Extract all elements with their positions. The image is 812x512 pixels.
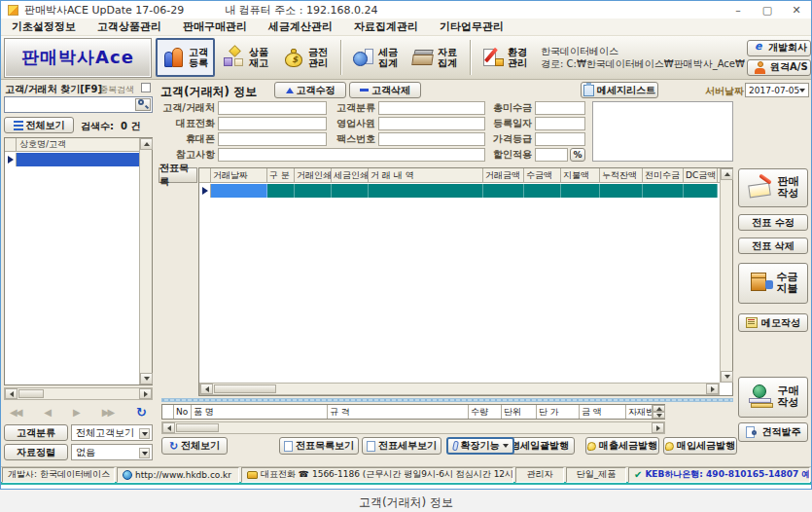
slip-detail-view-button[interactable]: 전표세부보기: [362, 437, 441, 455]
scroll-up-icon[interactable]: [653, 405, 665, 412]
col-qty[interactable]: 수량: [469, 405, 502, 419]
refresh-icon[interactable]: ↻: [136, 405, 147, 420]
menu-customer-product[interactable]: 고객상품관리: [87, 19, 172, 34]
maximize-button[interactable]: ▢: [753, 1, 782, 18]
list-vertical-scrollbar[interactable]: [139, 138, 152, 384]
menu-basic-settings[interactable]: 기초설정정보: [1, 19, 87, 34]
scroll-down-icon[interactable]: [140, 373, 153, 384]
col-running-balance[interactable]: 누적잔액: [600, 168, 643, 182]
minimize-button[interactable]: –: [724, 1, 753, 18]
list-selected-row[interactable]: [5, 153, 139, 166]
search-button[interactable]: [135, 98, 151, 111]
col-paid[interactable]: 지불액: [561, 168, 600, 182]
customer-edit-button[interactable]: 고객수정: [274, 82, 346, 98]
col-tax-print[interactable]: 세금인쇄: [332, 168, 369, 182]
col-type[interactable]: 구 분: [267, 168, 295, 182]
status-website[interactable]: http://www.hkdb.co.kr: [117, 467, 239, 483]
sales-tax-issue-button[interactable]: 매출세금발행: [585, 437, 659, 455]
col-material[interactable]: 자재변: [626, 405, 652, 419]
category-field[interactable]: [378, 101, 485, 115]
money-manage-button[interactable]: 금전관리: [276, 38, 334, 77]
col-amount[interactable]: 금 액: [580, 405, 626, 419]
data-sort-select[interactable]: 없음: [71, 444, 153, 460]
memo-create-button[interactable]: 메모작성: [738, 313, 808, 332]
slip-selected-row[interactable]: [199, 184, 720, 198]
scroll-right-icon[interactable]: [706, 384, 719, 394]
scrollbar-thumb[interactable]: [18, 389, 44, 398]
col-unit-price[interactable]: 단 가: [537, 405, 580, 419]
phone-field[interactable]: [218, 117, 327, 130]
customer-field[interactable]: [218, 101, 327, 115]
scroll-right-icon[interactable]: [139, 388, 152, 399]
col-trade-detail[interactable]: 거 래 내 역: [369, 168, 483, 182]
extend-function-button[interactable]: 확장기능: [446, 437, 514, 455]
message-list-button[interactable]: 메세지리스트: [581, 82, 658, 98]
item-horizontal-scrollbar[interactable]: [161, 421, 665, 434]
menu-data-summary[interactable]: 자료집계관리: [343, 19, 429, 34]
nav-next-button[interactable]: ▶: [73, 407, 79, 418]
purchase-create-button[interactable]: 구매작성: [738, 377, 808, 418]
list-column-name[interactable]: 상호명/고객: [17, 138, 139, 151]
col-trade-amount[interactable]: 거래금액: [483, 168, 524, 182]
menu-sales-purchase[interactable]: 판매구매관리: [172, 19, 258, 34]
col-item-name[interactable]: 품 명: [192, 405, 328, 419]
col-no[interactable]: No: [174, 405, 192, 419]
menu-other-tasks[interactable]: 기타업무관리: [429, 19, 514, 34]
grid-horizontal-scrollbar[interactable]: [199, 383, 720, 395]
col-trade-date[interactable]: 거래날짜: [211, 168, 267, 182]
list-horizontal-scrollbar[interactable]: [4, 387, 153, 400]
col-dc-amount[interactable]: DC금액: [684, 168, 718, 182]
view-all-button[interactable]: 전체보기: [4, 117, 74, 133]
salesman-field[interactable]: [378, 117, 485, 130]
scroll-left-icon[interactable]: [5, 388, 18, 399]
customer-search-input[interactable]: [4, 96, 153, 113]
col-unit[interactable]: 단위: [502, 405, 537, 419]
note-field[interactable]: [218, 148, 485, 162]
duplicate-search-checkbox[interactable]: [141, 83, 151, 92]
quote-order-button[interactable]: 견적발주: [738, 422, 808, 442]
environment-button[interactable]: 환경관리: [476, 38, 533, 77]
customer-category-button[interactable]: 고객분류: [4, 424, 68, 441]
col-collected[interactable]: 수금액: [524, 168, 561, 182]
mobile-field[interactable]: [218, 132, 327, 146]
scroll-up-icon[interactable]: [721, 168, 733, 180]
tax-summary-button[interactable]: 세금집계: [346, 38, 404, 77]
customer-category-select[interactable]: 전체고객보기: [71, 424, 153, 441]
purchase-tax-issue-button[interactable]: 매입세금발행: [663, 437, 737, 455]
menu-tax-invoice[interactable]: 세금계산관리: [258, 19, 343, 34]
grade-field[interactable]: [535, 132, 585, 146]
slip-edit-button[interactable]: 전표 수정: [738, 214, 808, 231]
customer-register-button[interactable]: 고객등록: [156, 38, 215, 77]
sale-create-button[interactable]: 판매작성: [738, 168, 808, 207]
view-all-slips-button[interactable]: ↻ 전체보기: [161, 437, 228, 455]
scroll-left-icon[interactable]: [200, 384, 213, 394]
scrollbar-thumb[interactable]: [214, 384, 276, 393]
percent-button[interactable]: %: [570, 148, 585, 162]
product-stock-button[interactable]: 상품재고: [217, 38, 274, 77]
scroll-down-icon[interactable]: [653, 412, 665, 419]
regdate-field[interactable]: [535, 117, 585, 130]
discount-field[interactable]: [535, 148, 568, 162]
scroll-up-icon[interactable]: [140, 138, 153, 150]
customer-delete-button[interactable]: 고객삭제: [349, 82, 421, 98]
grid-splitter[interactable]: [161, 398, 733, 402]
scroll-left-icon[interactable]: [162, 422, 175, 433]
collect-pay-button[interactable]: 수금지불: [738, 263, 808, 304]
scroll-right-icon[interactable]: [652, 422, 664, 433]
slip-list-view-button[interactable]: 전표목록보기: [279, 437, 359, 455]
scroll-down-icon[interactable]: [721, 371, 733, 383]
col-trade-print[interactable]: 거래인쇄: [295, 168, 332, 182]
col-prev-receivable[interactable]: 전미수금: [643, 168, 684, 182]
scrollbar-thumb[interactable]: [176, 423, 219, 432]
nav-last-button[interactable]: ▶▶: [102, 407, 113, 418]
col-spec[interactable]: 규 격: [328, 405, 469, 419]
server-date-select[interactable]: 2017-07-05: [745, 83, 809, 97]
nav-first-button[interactable]: ◀◀: [10, 407, 20, 418]
data-sort-button[interactable]: 자료정렬: [4, 444, 68, 460]
close-button[interactable]: ✕: [782, 1, 811, 18]
grid-vertical-scrollbar[interactable]: [720, 168, 732, 383]
dev-company-button[interactable]: 개발회사: [747, 40, 811, 56]
data-summary-button[interactable]: 자료집계: [406, 38, 463, 77]
fax-field[interactable]: [378, 132, 485, 146]
receivable-field[interactable]: [535, 101, 585, 115]
